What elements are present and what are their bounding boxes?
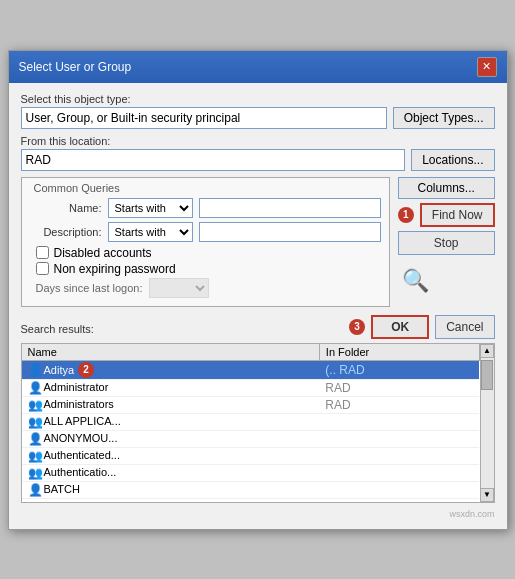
search-results-label: Search results: xyxy=(21,323,344,335)
queries-area: Common Queries Name: Starts with Descrip… xyxy=(21,177,495,307)
non-expiring-label: Non expiring password xyxy=(54,262,176,276)
non-expiring-checkbox[interactable] xyxy=(36,262,49,275)
scrollbar-thumb[interactable] xyxy=(481,360,493,390)
scrollbar-up[interactable]: ▲ xyxy=(480,344,494,358)
table-row[interactable]: 👥AdministratorsRAD xyxy=(22,396,480,413)
common-queries-box-wrapper: Common Queries Name: Starts with Descrip… xyxy=(21,177,390,307)
scrollbar-down[interactable]: ▼ xyxy=(480,488,494,502)
table-row[interactable]: 👤AdministratorRAD xyxy=(22,379,480,396)
row-icon: 👤 xyxy=(28,381,42,395)
dialog-body: Select this object type: Object Types...… xyxy=(9,83,507,529)
common-queries-legend: Common Queries xyxy=(30,182,381,194)
location-section: From this location: Locations... xyxy=(21,135,495,171)
days-select[interactable] xyxy=(149,278,209,298)
table-row[interactable]: 👤Aditya2(.. RAD xyxy=(22,360,480,379)
name-filter-select[interactable]: Starts with xyxy=(108,198,193,218)
select-user-or-group-dialog: Select User or Group ✕ Select this objec… xyxy=(8,50,508,530)
object-type-input[interactable] xyxy=(21,107,387,129)
col-header-name: Name xyxy=(22,344,320,361)
dialog-title: Select User or Group xyxy=(19,60,132,74)
row-icon: 👤 xyxy=(28,483,42,497)
ok-cancel-row: Search results: 3 OK Cancel xyxy=(21,315,495,339)
row-icon: 👥 xyxy=(28,398,42,412)
table-row[interactable]: 👤BATCH xyxy=(22,482,480,499)
description-query-input[interactable] xyxy=(199,222,381,242)
name-query-row: Name: Starts with xyxy=(30,198,381,218)
table-row[interactable]: 👥Authenticatio... xyxy=(22,464,480,481)
table-row[interactable]: 👤ANONYMOU... xyxy=(22,430,480,447)
selected-badge: 2 xyxy=(78,362,94,378)
days-row: Days since last logon: xyxy=(36,278,381,298)
disabled-accounts-checkbox[interactable] xyxy=(36,246,49,259)
non-expiring-row: Non expiring password xyxy=(36,262,381,276)
days-label: Days since last logon: xyxy=(36,282,143,294)
search-icon: 🔍 xyxy=(398,263,434,299)
results-table[interactable]: Name In Folder 👤Aditya2(.. RAD👤Administr… xyxy=(22,344,480,502)
row-icon: 👥 xyxy=(28,415,42,429)
find-now-button[interactable]: Find Now xyxy=(420,203,495,227)
title-bar: Select User or Group ✕ xyxy=(9,51,507,83)
table-row[interactable]: 👥ALL APPLICA... xyxy=(22,413,480,430)
location-input[interactable] xyxy=(21,149,406,171)
location-label: From this location: xyxy=(21,135,495,147)
row-icon: 👤 xyxy=(28,363,42,377)
right-buttons: Columns... 1 Find Now Stop 🔍 xyxy=(398,177,495,307)
object-type-label: Select this object type: xyxy=(21,93,495,105)
description-query-row: Description: Starts with xyxy=(30,222,381,242)
description-query-label: Description: xyxy=(30,226,102,238)
common-queries-box: Common Queries Name: Starts with Descrip… xyxy=(21,177,390,307)
disabled-accounts-row: Disabled accounts xyxy=(36,246,381,260)
row-icon: 👥 xyxy=(28,500,42,501)
scrollbar: ▲ ▼ xyxy=(480,344,494,502)
name-query-label: Name: xyxy=(30,202,102,214)
close-button[interactable]: ✕ xyxy=(477,57,497,77)
disabled-accounts-label: Disabled accounts xyxy=(54,246,152,260)
col-header-folder: In Folder xyxy=(319,344,479,361)
object-type-section: Select this object type: Object Types... xyxy=(21,93,495,129)
name-query-input[interactable] xyxy=(199,198,381,218)
row-icon: 👥 xyxy=(28,449,42,463)
columns-button[interactable]: Columns... xyxy=(398,177,495,199)
row-icon: 👤 xyxy=(28,432,42,446)
locations-button[interactable]: Locations... xyxy=(411,149,494,171)
table-row[interactable]: 👥Authenticated... xyxy=(22,447,480,464)
find-now-badge: 1 xyxy=(398,207,414,223)
row-icon: 👥 xyxy=(28,466,42,480)
description-filter-select[interactable]: Starts with xyxy=(108,222,193,242)
object-types-button[interactable]: Object Types... xyxy=(393,107,495,129)
cancel-button[interactable]: Cancel xyxy=(435,315,494,339)
stop-button[interactable]: Stop xyxy=(398,231,495,255)
table-row[interactable]: 👥CONSOLE L... xyxy=(22,499,480,502)
results-section: Search results: 3 OK Cancel Name In Fold… xyxy=(21,313,495,519)
ok-button[interactable]: OK xyxy=(371,315,429,339)
watermark: wsxdn.com xyxy=(21,509,495,519)
ok-badge: 3 xyxy=(349,319,365,335)
results-table-wrapper: Name In Folder 👤Aditya2(.. RAD👤Administr… xyxy=(21,343,495,503)
